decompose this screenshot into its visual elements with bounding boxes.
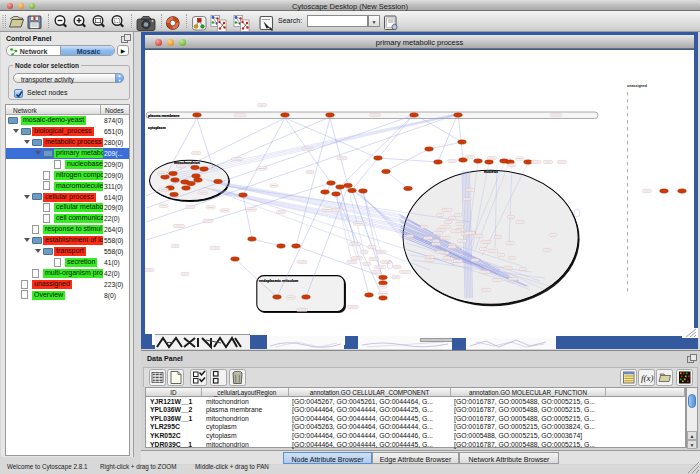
svg-text:mitochondrion: mitochondrion [174,161,201,165]
svg-text:f(x): f(x) [641,373,654,383]
svg-text:cytoplasm: cytoplasm [148,126,166,130]
svg-text:nucleus: nucleus [484,170,498,174]
svg-text:plasma membrane: plasma membrane [148,114,180,118]
svg-text:unassigned: unassigned [627,84,647,88]
svg-text:endoplasmic reticulum: endoplasmic reticulum [259,279,298,283]
